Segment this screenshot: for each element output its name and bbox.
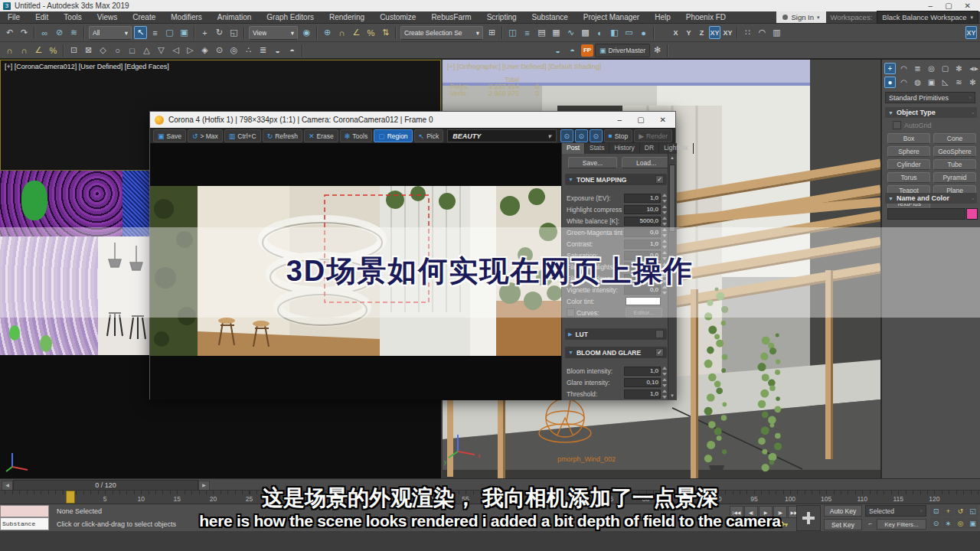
circle-tool-icon[interactable]: ○: [111, 44, 124, 57]
bloom-glare-header[interactable]: ▼ BLOOM AND GLARE ✓: [565, 347, 667, 358]
selection-filter-dropdown[interactable]: All▾: [89, 26, 132, 40]
systems-category-icon[interactable]: ✻: [967, 77, 978, 88]
reference-coordinate-dropdown[interactable]: View▾: [249, 26, 298, 40]
tone-mapping-header[interactable]: ▼ TONE MAPPING ✓: [565, 174, 667, 185]
sphere-button[interactable]: Sphere: [887, 146, 930, 157]
menu-item-graph-editors[interactable]: Graph Editors: [259, 11, 322, 23]
workspace-xy-badge[interactable]: XY: [965, 26, 977, 39]
hierarchy-tab-icon[interactable]: ≣: [912, 63, 923, 74]
menu-item-scripting[interactable]: Scripting: [479, 11, 524, 23]
axis-x-button[interactable]: X: [670, 26, 681, 39]
edge-icon[interactable]: ⊠: [82, 44, 95, 57]
geosphere-button[interactable]: GeoSphere: [933, 146, 976, 157]
layer-manager-icon[interactable]: ▤: [535, 26, 548, 39]
select-object-icon[interactable]: ↖: [134, 26, 147, 39]
gear-icon[interactable]: ✻: [651, 44, 664, 57]
arc-icon[interactable]: ◠: [756, 26, 769, 39]
move-icon[interactable]: +: [198, 26, 211, 39]
menu-item-animation[interactable]: Animation: [210, 11, 259, 23]
spacewarps-category-icon[interactable]: ≋: [953, 77, 965, 88]
save-button[interactable]: ▣Save: [153, 129, 186, 142]
display-tab-icon[interactable]: ▢: [939, 63, 951, 74]
pyramid-button[interactable]: Pyramid: [933, 172, 976, 183]
render-production-icon[interactable]: ●: [637, 26, 650, 39]
percent-snap-icon[interactable]: %: [364, 26, 377, 39]
setting-value-field[interactable]: 5000,0: [624, 217, 661, 226]
zoom-100-button[interactable]: ⊙: [575, 129, 588, 142]
stop-button[interactable]: ■Stop: [604, 129, 632, 142]
half-bottom-icon[interactable]: ◒: [271, 44, 284, 57]
angle-snap2-icon[interactable]: ∠: [32, 44, 45, 57]
create-tab-icon[interactable]: +: [884, 63, 896, 74]
tab-history[interactable]: History: [609, 143, 639, 154]
tone-mapping-checkbox[interactable]: ✓: [655, 175, 664, 184]
tri-down-icon[interactable]: ▽: [155, 44, 168, 57]
fp-badge[interactable]: FP: [581, 44, 593, 57]
menu-item-help[interactable]: Help: [647, 11, 678, 23]
workspaces-dropdown[interactable]: Black Balance Workspace▾: [877, 11, 978, 24]
close-button[interactable]: ✕: [965, 1, 971, 11]
schematic-view-icon[interactable]: ▩: [579, 26, 592, 39]
named-selection-dropdown[interactable]: Create Selection Se▾: [400, 26, 483, 40]
array-icon[interactable]: ∷: [741, 26, 754, 39]
tri-left-icon[interactable]: ◁: [169, 44, 182, 57]
helpers-category-icon[interactable]: ◺: [939, 77, 951, 88]
axis-y-button[interactable]: Y: [683, 26, 694, 39]
material-editor-icon[interactable]: ◐: [593, 26, 606, 39]
redo-icon[interactable]: ↷: [18, 26, 31, 39]
menu-item-views[interactable]: Views: [90, 11, 126, 23]
rendered-frame-icon[interactable]: ▭: [622, 26, 635, 39]
tab-post[interactable]: Post: [562, 143, 585, 154]
menu-item-create[interactable]: Create: [125, 11, 163, 23]
half-top-icon[interactable]: ◓: [286, 44, 299, 57]
lines-icon[interactable]: ≣: [256, 44, 270, 57]
autogrid-checkbox[interactable]: ✓: [893, 121, 901, 129]
axis-xy2-button[interactable]: XY: [722, 26, 733, 39]
curve-editor-icon[interactable]: ∿: [564, 26, 577, 39]
copy-button[interactable]: ▥Ctrl+C: [224, 129, 261, 142]
cameras-category-icon[interactable]: ▣: [926, 77, 937, 88]
render-teapot2-icon[interactable]: ◓: [566, 44, 579, 57]
cylinder-button[interactable]: Cylinder: [887, 159, 930, 170]
save-config-button[interactable]: Save...: [568, 157, 617, 168]
tri-right-icon[interactable]: ▷: [184, 44, 197, 57]
edit-named-selections-icon[interactable]: ⊞: [485, 26, 498, 39]
select-by-name-icon[interactable]: ≡: [149, 26, 162, 39]
scrollbar-thumb[interactable]: [669, 165, 675, 232]
grid-icon[interactable]: ▥: [770, 26, 783, 39]
menu-item-phoenix-fd[interactable]: Phoenix FD: [678, 11, 733, 23]
region-button[interactable]: ▢Region: [374, 129, 412, 142]
scroll-down-icon[interactable]: ▼: [668, 392, 676, 399]
viewport-label[interactable]: [+] [CoronaCamera012] [User Defined] [Ed…: [5, 63, 169, 70]
diamond-icon[interactable]: ◈: [198, 44, 211, 57]
target-icon[interactable]: ◎: [227, 44, 240, 57]
menu-item-customize[interactable]: Customize: [372, 11, 423, 23]
axis-xy-button[interactable]: XY: [709, 26, 720, 39]
lut-checkbox[interactable]: ✓: [655, 330, 664, 338]
send-to-max-button[interactable]: ↺> Max: [188, 129, 223, 142]
square-tool-icon[interactable]: □: [126, 44, 139, 57]
percent-snap2-icon[interactable]: %: [47, 44, 60, 57]
spinner-snap-icon[interactable]: ⇅: [379, 26, 392, 39]
viewport-label[interactable]: [+] [Orthographic] [User Defined] [Defau…: [447, 63, 601, 70]
lut-header[interactable]: ▶ LUT ✓: [565, 328, 667, 340]
maximize-button[interactable]: ▢: [637, 116, 644, 124]
unlink-icon[interactable]: ⊘: [53, 26, 66, 39]
erase-button[interactable]: ✕Erase: [304, 129, 338, 142]
menu-item-file[interactable]: File: [0, 11, 28, 23]
close-button[interactable]: ✕: [660, 116, 666, 124]
angle-snap-icon[interactable]: ∠: [350, 26, 363, 39]
snap-toggle-icon[interactable]: ∩: [335, 26, 348, 39]
rotate-icon[interactable]: ↻: [213, 26, 226, 39]
render-button[interactable]: ▶Render: [634, 129, 672, 142]
scale-icon[interactable]: ◱: [227, 26, 240, 39]
zoom-in-button[interactable]: ⊙: [590, 129, 603, 142]
tools-button[interactable]: ✻Tools: [340, 129, 372, 142]
tab-lightmix[interactable]: LightMix: [659, 143, 694, 154]
motion-tab-icon[interactable]: ◎: [926, 63, 937, 74]
modify-tab-icon[interactable]: ◠: [898, 63, 910, 74]
select-place-icon[interactable]: ⊕: [321, 26, 334, 39]
render-teapot-icon[interactable]: ◒: [551, 44, 564, 57]
render-setup-icon[interactable]: ◧: [608, 26, 621, 39]
object-type-rollout[interactable]: ▼ Object Type ▫: [885, 107, 977, 118]
